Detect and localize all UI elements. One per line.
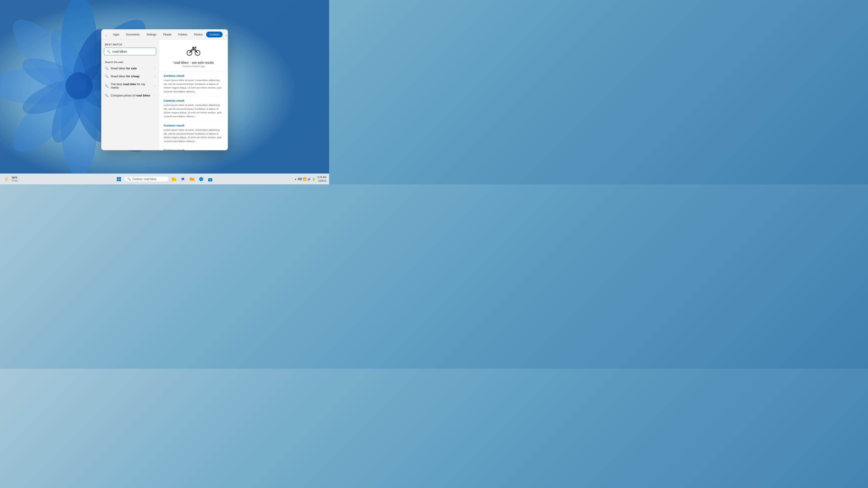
taskbar-search-icon: 🔍: [127, 177, 131, 181]
volume-icon[interactable]: 🔊: [307, 177, 311, 181]
taskbar-folders[interactable]: [188, 175, 196, 183]
suggestion-text-1: Road bikes for sale: [111, 67, 152, 70]
svg-text:🛍: 🛍: [209, 179, 211, 181]
svg-rect-31: [117, 180, 119, 181]
suggestion-road-bikes-sale[interactable]: 🔍 Road bikes for sale ›: [101, 64, 159, 72]
weather-icon: 🌤️: [4, 176, 10, 182]
svg-rect-29: [117, 177, 119, 179]
tab-documents[interactable]: Documents: [123, 32, 143, 37]
search-left-panel: Best match 🔍 Search the web 🔍 Road bikes…: [101, 39, 159, 150]
svg-point-35: [181, 177, 183, 179]
suggestion-text-2: Road bikes for cheap: [111, 74, 152, 78]
search-input-icon: 🔍: [107, 50, 111, 53]
suggestion-arrow-2: ›: [154, 75, 155, 77]
taskbar-search[interactable]: 🔍 Contoso: road bikes: [124, 176, 169, 182]
search-body: Best match 🔍 Search the web 🔍 Road bikes…: [101, 39, 228, 150]
result-item-3[interactable]: Contoso result Lorem ipsum dolor sit ame…: [159, 121, 228, 146]
suggestion-arrow-4: ›: [154, 94, 155, 97]
suggestion-compare-road-bikes[interactable]: 🔍 Compare prices of road bikes ›: [101, 92, 159, 99]
result-title-3: Contoso result: [164, 124, 223, 127]
taskbar: 🌤️ 78°F Sunny 🔍 Contoso: road bikes: [0, 173, 329, 184]
result-title-2: Contoso result: [164, 99, 223, 102]
result-title-4: Contoso result: [164, 149, 223, 150]
search-right-panel: 'road bikes' - see web results Contoso S…: [159, 39, 228, 150]
tab-contoso[interactable]: Contoso: [206, 32, 223, 37]
result-body-2: Lorem ipsum dolor sit amet, consectetur …: [164, 103, 223, 118]
weather-info: 78°F Sunny: [11, 176, 18, 182]
taskbar-search-text: Contoso: road bikes: [132, 177, 156, 181]
tab-folders[interactable]: Folders: [175, 32, 191, 37]
tab-forward-arrow[interactable]: ›: [223, 32, 228, 39]
weather-temp: 78°F: [11, 176, 18, 180]
search-panel: ‹ Apps Documents Settings People Folders…: [101, 29, 228, 150]
result-item-2[interactable]: Contoso result Lorem ipsum dolor sit ame…: [159, 96, 228, 121]
taskbar-edge[interactable]: [197, 175, 205, 183]
taskbar-store[interactable]: 🛍: [206, 175, 214, 183]
svg-rect-36: [181, 179, 183, 180]
svg-rect-32: [119, 180, 121, 181]
result-item-4[interactable]: Contoso result Lorem ipsum dolor sit ame…: [159, 146, 228, 150]
clock[interactable]: 9:28 AM 10/6/21: [317, 175, 327, 183]
taskbar-teams[interactable]: [179, 175, 187, 183]
system-tray: ▲ ⌨ 📶 🔊 🔋: [294, 177, 315, 181]
start-button[interactable]: [115, 175, 123, 183]
app-title: 'road bikes' - see web results: [173, 61, 214, 64]
keyboard-icon[interactable]: ⌨: [298, 177, 302, 181]
result-title-1: Contoso result: [164, 74, 223, 77]
result-body-3: Lorem ipsum dolor sit amet, consectetur …: [164, 128, 223, 143]
app-subtitle: Contoso Search App: [182, 65, 205, 68]
search-web-header: Search the web: [101, 59, 159, 64]
suggestion-road-bikes-cheap[interactable]: 🔍 Road bikes for cheap ›: [101, 72, 159, 80]
suggestion-search-icon-1: 🔍: [105, 67, 108, 70]
svg-point-17: [66, 72, 93, 99]
suggestion-text-3: The best road bike for my needs: [111, 83, 152, 89]
tab-apps[interactable]: Apps: [110, 32, 122, 37]
suggestion-arrow-1: ›: [154, 67, 155, 70]
svg-rect-30: [119, 177, 121, 179]
suggestion-arrow-3: ›: [154, 85, 155, 87]
tab-back-arrow[interactable]: ‹: [103, 32, 110, 39]
taskbar-center: 🔍 Contoso: road bikes: [115, 175, 214, 183]
search-input-row[interactable]: 🔍: [104, 48, 156, 55]
clock-date: 10/6/21: [317, 179, 327, 183]
wifi-icon[interactable]: 📶: [303, 177, 307, 181]
taskbar-left: 🌤️ 78°F Sunny: [3, 175, 20, 183]
tab-photos[interactable]: Photos: [191, 32, 206, 37]
svg-rect-33: [172, 178, 176, 181]
suggestion-text-4: Compare prices of road bikes: [111, 94, 152, 97]
suggestion-search-icon-2: 🔍: [105, 74, 108, 78]
taskbar-right: ▲ ⌨ 📶 🔊 🔋 9:28 AM 10/6/21: [294, 175, 327, 183]
result-body-1: Lorem ipsum dolor sit amet, consectetur …: [164, 78, 223, 93]
suggestion-search-icon-4: 🔍: [105, 94, 108, 97]
filter-tabs-row: ‹ Apps Documents Settings People Folders…: [101, 29, 228, 39]
app-preview[interactable]: 'road bikes' - see web results Contoso S…: [159, 39, 228, 71]
best-match-label: Best match: [101, 43, 159, 48]
tab-settings[interactable]: Settings: [143, 32, 159, 37]
suggestion-best-road-bike[interactable]: 🔍 The best road bike for my needs ›: [101, 80, 159, 92]
weather-widget[interactable]: 🌤️ 78°F Sunny: [3, 175, 20, 183]
show-hidden-icon[interactable]: ▲: [294, 178, 297, 180]
app-icon-large: [187, 45, 200, 59]
battery-icon[interactable]: 🔋: [312, 177, 315, 181]
search-input[interactable]: [112, 50, 153, 53]
weather-condition: Sunny: [11, 180, 18, 182]
tab-people[interactable]: People: [160, 32, 175, 37]
result-item-1[interactable]: Contoso result Lorem ipsum dolor sit ame…: [159, 71, 228, 96]
taskbar-file-explorer[interactable]: [170, 175, 178, 183]
suggestion-search-icon-3: 🔍: [105, 84, 108, 88]
clock-time: 9:28 AM: [317, 175, 327, 179]
